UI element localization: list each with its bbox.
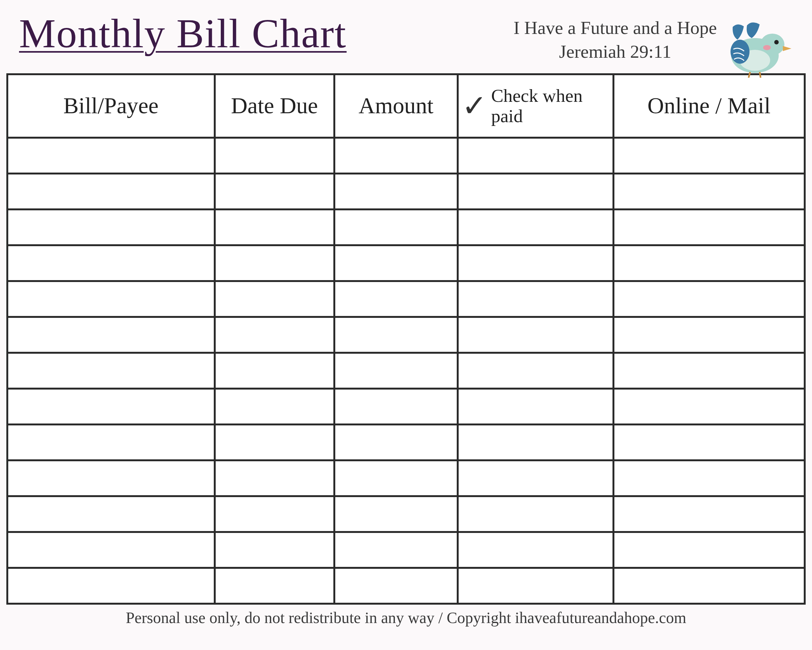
cell-date-due[interactable] bbox=[215, 424, 334, 460]
cell-check-when-paid[interactable] bbox=[458, 460, 613, 496]
table-row bbox=[7, 281, 805, 317]
cell-online-mail[interactable] bbox=[614, 317, 805, 353]
table-row bbox=[7, 424, 805, 460]
cell-date-due[interactable] bbox=[215, 245, 334, 281]
cell-check-when-paid[interactable] bbox=[458, 389, 613, 424]
cell-bill-payee[interactable] bbox=[7, 138, 215, 174]
table-row bbox=[7, 245, 805, 281]
cell-amount[interactable] bbox=[334, 281, 458, 317]
cell-bill-payee[interactable] bbox=[7, 281, 215, 317]
cell-online-mail[interactable] bbox=[614, 209, 805, 245]
cell-date-due[interactable] bbox=[215, 317, 334, 353]
cell-check-when-paid[interactable] bbox=[458, 281, 613, 317]
cell-amount[interactable] bbox=[334, 496, 458, 532]
col-header-check-when-paid: ✓ Check when paid bbox=[458, 74, 613, 138]
cell-online-mail[interactable] bbox=[614, 496, 805, 532]
cell-check-when-paid[interactable] bbox=[458, 317, 613, 353]
cell-date-due[interactable] bbox=[215, 174, 334, 209]
cell-online-mail[interactable] bbox=[614, 568, 805, 604]
cell-check-when-paid[interactable] bbox=[458, 209, 613, 245]
table-row bbox=[7, 460, 805, 496]
cell-bill-payee[interactable] bbox=[7, 568, 215, 604]
cell-amount[interactable] bbox=[334, 532, 458, 568]
cell-check-when-paid[interactable] bbox=[458, 568, 613, 604]
cell-bill-payee[interactable] bbox=[7, 317, 215, 353]
cell-online-mail[interactable] bbox=[614, 245, 805, 281]
col-header-amount: Amount bbox=[334, 74, 458, 138]
bird-icon bbox=[720, 17, 793, 79]
scripture-line-1: I Have a Future and a Hope bbox=[514, 16, 717, 40]
page-title: Monthly Bill Chart bbox=[19, 13, 347, 54]
cell-date-due[interactable] bbox=[215, 568, 334, 604]
cell-bill-payee[interactable] bbox=[7, 174, 215, 209]
svg-line-7 bbox=[760, 72, 761, 78]
cell-amount[interactable] bbox=[334, 424, 458, 460]
cell-online-mail[interactable] bbox=[614, 138, 805, 174]
cell-amount[interactable] bbox=[334, 174, 458, 209]
col-header-bill-payee: Bill/Payee bbox=[7, 74, 215, 138]
scripture-block: I Have a Future and a Hope Jeremiah 29:1… bbox=[514, 16, 717, 64]
cell-amount[interactable] bbox=[334, 389, 458, 424]
svg-point-4 bbox=[774, 40, 779, 44]
cell-date-due[interactable] bbox=[215, 138, 334, 174]
cell-date-due[interactable] bbox=[215, 209, 334, 245]
table-row bbox=[7, 568, 805, 604]
cell-online-mail[interactable] bbox=[614, 174, 805, 209]
cell-check-when-paid[interactable] bbox=[458, 496, 613, 532]
bill-chart-table: Bill/Payee Date Due Amount ✓ Check when … bbox=[6, 73, 806, 605]
cell-date-due[interactable] bbox=[215, 353, 334, 389]
cell-check-when-paid[interactable] bbox=[458, 424, 613, 460]
cell-check-when-paid[interactable] bbox=[458, 245, 613, 281]
col-header-date-due: Date Due bbox=[215, 74, 334, 138]
table-row bbox=[7, 496, 805, 532]
cell-bill-payee[interactable] bbox=[7, 353, 215, 389]
cell-date-due[interactable] bbox=[215, 532, 334, 568]
table-row bbox=[7, 209, 805, 245]
scripture-line-2: Jeremiah 29:11 bbox=[514, 40, 717, 63]
cell-online-mail[interactable] bbox=[614, 532, 805, 568]
checkmark-icon: ✓ bbox=[462, 91, 487, 121]
cell-check-when-paid[interactable] bbox=[458, 138, 613, 174]
cell-date-due[interactable] bbox=[215, 460, 334, 496]
check-when-paid-label: Check when paid bbox=[491, 85, 609, 126]
cell-date-due[interactable] bbox=[215, 281, 334, 317]
cell-amount[interactable] bbox=[334, 209, 458, 245]
cell-check-when-paid[interactable] bbox=[458, 353, 613, 389]
cell-online-mail[interactable] bbox=[614, 353, 805, 389]
cell-check-when-paid[interactable] bbox=[458, 174, 613, 209]
cell-online-mail[interactable] bbox=[614, 389, 805, 424]
cell-amount[interactable] bbox=[334, 138, 458, 174]
table-row bbox=[7, 317, 805, 353]
cell-bill-payee[interactable] bbox=[7, 389, 215, 424]
table-header-row: Bill/Payee Date Due Amount ✓ Check when … bbox=[7, 74, 805, 138]
svg-point-3 bbox=[731, 40, 749, 64]
cell-amount[interactable] bbox=[334, 245, 458, 281]
cell-date-due[interactable] bbox=[215, 496, 334, 532]
cell-amount[interactable] bbox=[334, 460, 458, 496]
cell-bill-payee[interactable] bbox=[7, 460, 215, 496]
svg-point-5 bbox=[763, 45, 771, 50]
footer-text: Personal use only, do not redistribute i… bbox=[6, 605, 806, 627]
cell-amount[interactable] bbox=[334, 353, 458, 389]
cell-online-mail[interactable] bbox=[614, 460, 805, 496]
table-row bbox=[7, 389, 805, 424]
cell-bill-payee[interactable] bbox=[7, 245, 215, 281]
cell-bill-payee[interactable] bbox=[7, 496, 215, 532]
cell-bill-payee[interactable] bbox=[7, 532, 215, 568]
cell-amount[interactable] bbox=[334, 568, 458, 604]
table-row bbox=[7, 353, 805, 389]
svg-line-6 bbox=[749, 72, 750, 78]
cell-online-mail[interactable] bbox=[614, 424, 805, 460]
table-row bbox=[7, 532, 805, 568]
table-row bbox=[7, 174, 805, 209]
cell-date-due[interactable] bbox=[215, 389, 334, 424]
col-header-online-mail: Online / Mail bbox=[614, 74, 805, 138]
cell-bill-payee[interactable] bbox=[7, 209, 215, 245]
cell-bill-payee[interactable] bbox=[7, 424, 215, 460]
cell-check-when-paid[interactable] bbox=[458, 532, 613, 568]
table-row bbox=[7, 138, 805, 174]
cell-online-mail[interactable] bbox=[614, 281, 805, 317]
cell-amount[interactable] bbox=[334, 317, 458, 353]
